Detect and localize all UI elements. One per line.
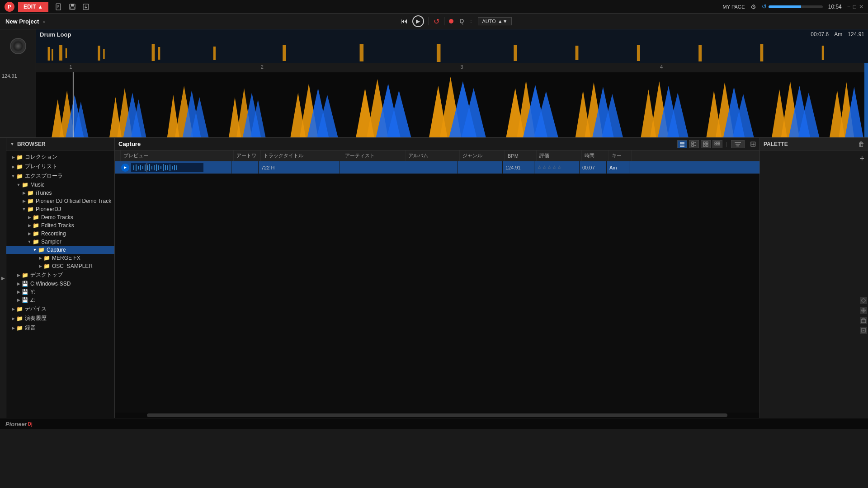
close-button[interactable]: ✕ [859, 4, 863, 10]
folder-icon-explorer: 📁 [16, 173, 23, 179]
col-album-header[interactable]: アルバム [406, 150, 460, 161]
browser-collapse-icon[interactable]: ▼ [10, 141, 14, 146]
side-action-2[interactable] [860, 307, 867, 314]
col-artist-header[interactable]: アーティスト [342, 150, 406, 161]
list-compact-icon[interactable] [677, 140, 687, 148]
svg-rect-11 [52, 49, 53, 61]
col-rating-header[interactable]: 評価 [537, 150, 582, 161]
cell-time: 00:07 [580, 161, 607, 174]
toolbar-icons [54, 2, 91, 12]
save-icon[interactable] [67, 2, 77, 12]
col-time-header[interactable]: 時間 [582, 150, 609, 161]
play-button[interactable]: ▶ [412, 15, 424, 27]
svg-rect-103 [133, 165, 134, 170]
scrollbar-thumb[interactable] [147, 413, 727, 417]
cell-rating: ☆☆☆☆☆ [534, 161, 580, 174]
tree-item-pioneerdj[interactable]: ▼ 📁 PioneerDJ [6, 205, 114, 213]
col-title-header[interactable]: トラックタイトル [261, 150, 342, 161]
tree-item-desktop[interactable]: ▶ 📁 デスクトップ [6, 270, 114, 280]
ruler-mark-2: 2 [261, 64, 264, 70]
tree-item-z-drive[interactable]: ▶ 💾 Z: [6, 296, 114, 304]
tree-item-edited-tracks[interactable]: ▶ 📁 Edited Tracks [6, 221, 114, 230]
tree-item-music[interactable]: ▼ 📁 Music [6, 181, 114, 189]
svg-rect-112 [154, 165, 155, 170]
browser-main: Capture | ⊞ [115, 138, 760, 418]
tree-item-pioneer-demo[interactable]: ▶ 📁 Pioneer DJ Official Demo Track [6, 197, 114, 205]
tree-arrow-sampler: ▼ [26, 239, 33, 244]
horizontal-scrollbar[interactable] [115, 413, 760, 418]
tree-item-merge-fx[interactable]: ▶ 📁 MERGE FX [6, 254, 114, 262]
tree-label-music: Music [30, 182, 44, 188]
folder-icon-desktop: 📁 [22, 272, 28, 278]
auto-button[interactable]: AUTO ▲▼ [478, 17, 511, 25]
tree-item-c-drive[interactable]: ▶ 💾 C:Windows-SSD [6, 280, 114, 288]
row-indicator [115, 161, 118, 174]
rewind-button[interactable]: ⏮ [401, 17, 408, 25]
col-genre-header[interactable]: ジャンル [460, 150, 505, 161]
tree-item-capture[interactable]: ▼ 📁 Capture [6, 246, 114, 254]
tree-item-recording[interactable]: ▶ 📁 Recording [6, 230, 114, 238]
table-row[interactable]: ▶ [115, 161, 760, 174]
col-bpm-header[interactable]: BPM [505, 150, 537, 161]
tree-item-y-drive[interactable]: ▶ 💾 Y: [6, 288, 114, 296]
tree-arrow-c-drive: ▶ [15, 282, 22, 286]
col-key-header[interactable]: キー [609, 150, 632, 161]
tree-item-collection[interactable]: ▶ 📁 コレクション [6, 152, 114, 162]
pioneer-brand: Pioneer [5, 421, 27, 427]
folder-icon-osc-sampler: 📁 [43, 263, 50, 269]
my-page-button[interactable]: MY PAGE [723, 4, 745, 9]
tree-label-merge-fx: MERGE FX [52, 255, 80, 261]
timeline-main[interactable]: 1 2 3 4 [36, 63, 868, 137]
waveform-container[interactable]: Drum Loop 00:07.6 Am 124.91 [36, 29, 868, 63]
tree-label-demo-tracks: Demo Tracks [41, 214, 73, 221]
progress-bar [769, 5, 823, 8]
svg-rect-12 [59, 45, 62, 61]
new-file-icon[interactable] [54, 2, 64, 12]
tree-item-history[interactable]: ▶ 📁 演奏履歴 [6, 314, 114, 323]
tree-item-devices[interactable]: ▶ 📁 デバイス [6, 304, 114, 314]
browser-tree[interactable]: ▶ 📁 コレクション ▶ 📁 プレイリスト ▼ 📁 エクスプローラ ▼ 📁 Mu… [6, 150, 114, 418]
tree-arrow-pioneer-demo: ▶ [21, 199, 27, 203]
tree-item-playlist[interactable]: ▶ 📁 プレイリスト [6, 162, 114, 171]
project-dropdown-icon[interactable]: ⬦ [42, 18, 46, 24]
svg-rect-9 [36, 40, 868, 63]
side-action-1[interactable] [860, 297, 867, 304]
maximize-button[interactable]: □ [853, 4, 856, 10]
star-rating[interactable]: ☆☆☆☆☆ [537, 164, 562, 170]
auto-arrow: ▲▼ [498, 19, 508, 24]
record-indicator [449, 19, 453, 23]
svg-rect-116 [163, 164, 164, 171]
tree-item-osc-sampler[interactable]: ▶ 📁 OSC_SAMPLER [6, 262, 114, 270]
list-detail-icon[interactable] [689, 140, 699, 148]
tree-item-recordings2[interactable]: ▶ 📁 録音 [6, 323, 114, 333]
tree-item-demo-tracks[interactable]: ▶ 📁 Demo Tracks [6, 213, 114, 221]
loop-button[interactable]: ↺ [434, 17, 439, 26]
palette-add-button[interactable]: + [859, 154, 864, 164]
minimize-button[interactable]: − [847, 4, 850, 10]
tree-arrow-pioneerdj: ▼ [21, 207, 27, 211]
left-toggle-button[interactable]: ▶ [0, 138, 6, 418]
edit-button[interactable]: EDIT ▲ [18, 2, 48, 12]
svg-rect-119 [170, 164, 170, 171]
tree-item-itunes[interactable]: ▶ 📁 iTunes [6, 189, 114, 197]
grid1-icon[interactable] [701, 140, 711, 148]
add-column-icon[interactable]: ⊞ [750, 140, 756, 148]
sort-icon[interactable] [731, 140, 745, 148]
settings-icon[interactable]: ⚙ [750, 3, 756, 10]
svg-rect-85 [692, 142, 693, 144]
side-action-4[interactable] [860, 327, 867, 334]
grid2-icon[interactable] [712, 140, 722, 148]
cell-artwork [231, 161, 259, 174]
drive-icon-z: 💾 [22, 297, 28, 303]
tree-item-explorer[interactable]: ▼ 📁 エクスプローラ [6, 171, 114, 181]
folder-icon-merge-fx: 📁 [43, 255, 50, 261]
col-artwork-header[interactable]: アートワ [234, 150, 261, 161]
mini-waveform-svg [36, 40, 868, 63]
palette-trash-icon[interactable]: 🗑 [858, 141, 864, 148]
side-action-3[interactable] [860, 317, 867, 324]
col-preview-header[interactable]: プレビュー [121, 150, 234, 161]
import-icon[interactable] [81, 2, 91, 12]
svg-rect-115 [160, 166, 161, 169]
progress-area: ↺ [762, 3, 823, 10]
tree-item-sampler[interactable]: ▼ 📁 Sampler [6, 238, 114, 246]
